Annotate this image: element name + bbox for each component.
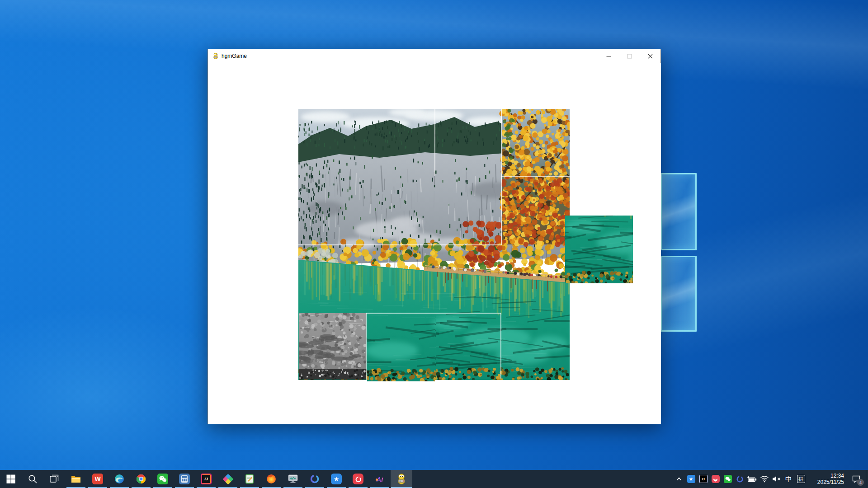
ime-pinyin-icon: 拼 — [797, 475, 805, 483]
show-desktop-button[interactable] — [866, 470, 868, 488]
notification-badge: 4 — [857, 479, 864, 486]
taskbar: WIJ★Ai ★IJ中拼 12:34 2025/11/25 4 — [0, 470, 868, 488]
file-explorer-icon — [71, 474, 81, 484]
tray-wechat-tray-button[interactable] — [722, 470, 734, 488]
tray-language-indicator-button[interactable]: 中 — [783, 470, 795, 488]
tray-star-bubble-tray-button[interactable]: ★ — [685, 470, 697, 488]
title-bar[interactable]: hgmGame — [208, 49, 660, 63]
taskbar-notepad-editor-button[interactable] — [239, 470, 260, 488]
tray-volume-muted-button[interactable] — [770, 470, 783, 488]
system-monitor-icon — [288, 474, 298, 484]
hgmgame-window: hgmGame — [208, 49, 661, 424]
tray-intellij-tray-button[interactable]: IJ — [697, 470, 709, 488]
wallpaper-window-pane — [660, 256, 697, 332]
blue-ring-tray-icon — [736, 475, 744, 483]
tray-hidden-icons-chevron-button[interactable] — [673, 470, 685, 488]
puzzle-board-canvas[interactable] — [208, 63, 661, 424]
volume-muted-icon — [772, 475, 781, 483]
taskbar-wps-office-button[interactable]: W — [87, 470, 108, 488]
battery-icon — [747, 475, 757, 483]
window-title: hgmGame — [222, 53, 247, 59]
red-moon-app-tray-icon — [712, 475, 720, 483]
taskbar-clock[interactable]: 12:34 2025/11/25 — [808, 470, 847, 488]
language-indicator-icon: 中 — [785, 475, 792, 483]
close-button[interactable] — [640, 49, 660, 63]
edge-icon — [114, 474, 125, 484]
intellij-idea-icon: IJ — [201, 474, 212, 484]
taskbar-system-monitor-button[interactable] — [282, 470, 304, 488]
blue-ring-app-icon — [310, 474, 320, 484]
star-bubble-tray-icon: ★ — [687, 475, 695, 483]
tray-battery-button[interactable] — [746, 470, 758, 488]
diamond-app-icon — [224, 475, 232, 483]
tray-ime-pinyin-button[interactable]: 拼 — [795, 470, 807, 488]
star-bubble-app-icon: ★ — [331, 474, 342, 484]
taskbar-firefox-button[interactable] — [260, 470, 282, 488]
taskbar-ai-app-button[interactable]: Ai — [369, 470, 391, 488]
taskbar-wechat-button[interactable] — [152, 470, 174, 488]
taskbar-search-button[interactable] — [22, 470, 43, 488]
notepad-editor-icon — [245, 474, 255, 484]
taskbar-start-button[interactable] — [0, 470, 22, 488]
game-client-area — [208, 63, 660, 424]
tray-red-moon-app-tray-button[interactable] — [709, 470, 722, 488]
search-icon — [28, 474, 38, 484]
taskbar-chrome-button[interactable] — [130, 470, 152, 488]
taskbar-netease-music-button[interactable] — [347, 470, 369, 488]
calculator-icon — [179, 474, 190, 484]
action-center-button[interactable]: 4 — [847, 470, 866, 488]
start-icon — [6, 474, 16, 484]
wifi-icon — [760, 475, 769, 483]
netease-music-icon — [353, 474, 363, 484]
taskbar-edge-button[interactable] — [108, 470, 130, 488]
taskbar-calculator-button[interactable] — [174, 470, 195, 488]
ai-app-icon: Ai — [377, 475, 383, 483]
clock-time: 12:34 — [830, 473, 844, 479]
taskbar-blue-ring-app-button[interactable] — [304, 470, 326, 488]
taskbar-pygame-app-button[interactable] — [391, 470, 412, 488]
pygame-app-icon — [396, 473, 407, 485]
taskbar-file-explorer-button[interactable] — [65, 470, 87, 488]
wechat-icon — [157, 474, 168, 484]
tray-blue-ring-tray-button[interactable] — [734, 470, 746, 488]
clock-date: 2025/11/25 — [817, 479, 844, 485]
intellij-tray-icon: IJ — [699, 475, 708, 483]
tray-wifi-button[interactable] — [758, 470, 770, 488]
taskbar-task-view-button[interactable] — [43, 470, 65, 488]
wps-office-icon: W — [92, 474, 103, 484]
taskbar-star-bubble-app-button[interactable]: ★ — [326, 470, 347, 488]
wallpaper-window-pane — [660, 173, 697, 250]
hidden-icons-chevron-icon — [675, 475, 683, 483]
wechat-tray-icon — [724, 475, 732, 483]
maximize-button[interactable] — [619, 49, 640, 63]
taskbar-intellij-idea-button[interactable]: IJ — [195, 470, 217, 488]
task-view-icon — [49, 474, 59, 484]
firefox-icon — [266, 474, 277, 484]
chrome-icon — [136, 474, 146, 484]
taskbar-diamond-app-button[interactable] — [217, 470, 239, 488]
pygame-snake-icon — [212, 52, 219, 60]
minimize-button[interactable] — [598, 49, 619, 63]
